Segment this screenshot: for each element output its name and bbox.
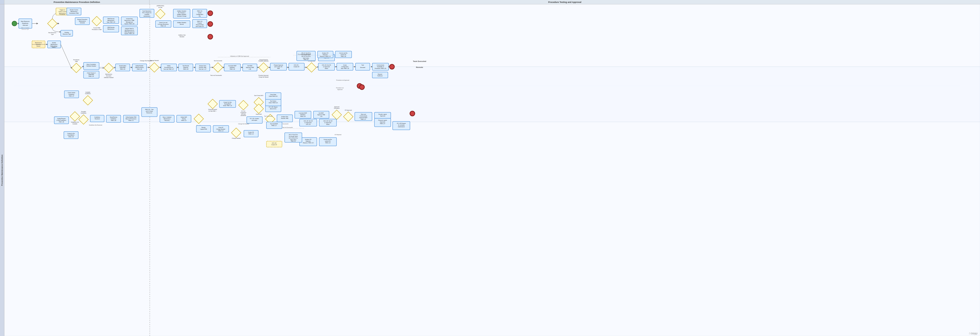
svg-text:Addition Needed,: Addition Needed, xyxy=(177,22,186,23)
svg-text:PAM 1.39: PAM 1.39 xyxy=(111,120,116,121)
svg-text:CBM Remote: CBM Remote xyxy=(107,27,115,28)
svg-text:CBM: CBM xyxy=(75,61,78,62)
svg-text:Resource Type: Resource Type xyxy=(22,29,29,30)
svg-text:Needed: Needed xyxy=(180,36,184,37)
svg-text:CM 1.36: Set CR: CM 1.36: Set CR xyxy=(323,120,332,122)
svg-text:Create CR: Create CR xyxy=(294,66,299,67)
svg-text:CM 1.36: Set CR: CM 1.36: Set CR xyxy=(322,64,331,66)
svg-text:Approved: Approved xyxy=(337,89,342,90)
svg-text:Store and: Store and xyxy=(361,113,366,115)
svg-point-364 xyxy=(360,85,364,89)
svg-text:Maintenance: Maintenance xyxy=(51,44,57,45)
svg-text:Recovery: Recovery xyxy=(164,120,170,121)
svg-text:Guidelines Not Received: Guidelines Not Received xyxy=(89,124,102,126)
svg-text:Close Work: Close Work xyxy=(270,94,276,95)
svg-text:Procedure not Approved: Procedure not Approved xyxy=(336,80,349,81)
svg-text:PAM 1.38: PAM 1.38 xyxy=(59,121,64,123)
svg-text:Resource Type: Resource Type xyxy=(63,33,71,35)
svg-text:and report: and report xyxy=(252,119,257,121)
svg-text:Procedure not: Procedure not xyxy=(336,87,344,89)
svg-text:Readiness: Readiness xyxy=(22,22,28,24)
svg-text:Executed: Executed xyxy=(360,67,365,68)
svg-text:FO 1.31:: FO 1.31: xyxy=(241,111,245,112)
svg-text:Rejection: Rejection xyxy=(306,140,311,142)
bpmn-diagram: TBM Procedures CBM Procedures New Resour… xyxy=(4,4,980,336)
svg-text:CM 1.25: set CR to: CM 1.25: set CR to xyxy=(301,56,311,57)
svg-text:Test Successful: Test Successful xyxy=(264,115,273,117)
svg-text:Analyse CR: Analyse CR xyxy=(322,52,329,54)
svg-text:Availability of: Availability of xyxy=(377,66,384,67)
svg-text:Guidelines:: Guidelines: xyxy=(110,118,116,119)
svg-text:Available: Available xyxy=(86,91,90,93)
svg-text:and Create CR: and Create CR xyxy=(196,25,204,27)
svg-text:Don't Finish W/O: Don't Finish W/O xyxy=(254,95,263,96)
svg-text:Procedure Approved,: Procedure Approved, xyxy=(258,75,269,76)
svg-text:PAM 1.37: PAM 1.37 xyxy=(69,95,74,97)
svg-text:Create CR:: Create CR: xyxy=(248,132,254,133)
svg-text:Maintenance: Maintenance xyxy=(108,28,115,30)
svg-point-10 xyxy=(12,21,17,26)
svg-text:submit CR:: submit CR: xyxy=(325,140,331,142)
svg-text:Create CR: Create CR xyxy=(271,144,277,145)
svg-text:PAM: PAM xyxy=(277,68,280,69)
svg-text:Fund Operations: Fund Operations xyxy=(142,10,151,12)
svg-text:Addition Not: Addition Not xyxy=(178,34,186,36)
svg-text:Quality/Prepare: Quality/Prepare xyxy=(57,118,66,119)
svg-text:Study/Collect: Study/Collect xyxy=(119,65,126,67)
svg-text:Addition Needed:: Addition Needed: xyxy=(177,14,186,15)
svg-text:Obtained:: Obtained: xyxy=(183,67,188,68)
svg-text:FO 1.33: Confirm: FO 1.33: Confirm xyxy=(250,118,259,119)
svg-text:System: PAM 1.35: System: PAM 1.35 xyxy=(124,33,134,34)
svg-text:PAM 1.25: PAM 1.25 xyxy=(120,68,125,70)
svg-text:Reasons: PAM 1.10: Reasons: PAM 1.10 xyxy=(303,142,313,143)
svg-text:Guidelines not: Guidelines not xyxy=(71,121,79,123)
svg-text:Conclude MOP: Conclude MOP xyxy=(228,65,237,67)
svg-text:CBM Procedure:: CBM Procedure: xyxy=(135,67,144,68)
svg-text:Approved MoP:: Approved MoP: xyxy=(359,117,368,118)
svg-text:Task: Task xyxy=(361,64,364,66)
svg-text:New Resource: New Resource xyxy=(21,21,30,22)
svg-text:Correct and Re-: Correct and Re- xyxy=(323,139,332,140)
svg-text:File: File xyxy=(199,15,200,17)
svg-text:Test Successful: Test Successful xyxy=(214,60,222,61)
svg-text:Request: Request xyxy=(378,73,382,75)
svg-text:Initiate: Initiate xyxy=(167,65,171,67)
svg-text:Analyse Tech: Analyse Tech xyxy=(199,65,206,67)
svg-text:to Add Guidelines:: to Add Guidelines: xyxy=(57,119,67,121)
svg-text:PAM 1.01 Define: PAM 1.01 Define xyxy=(21,27,29,29)
svg-point-90 xyxy=(208,34,213,39)
svg-text:Provided: Provided xyxy=(81,111,86,112)
svg-text:FO 1.05 Prepare: FO 1.05 Prepare xyxy=(397,123,406,124)
svg-text:In-Scope Resources: In-Scope Resources xyxy=(158,24,169,25)
svg-text:Guidelines: Guidelines xyxy=(81,112,86,114)
svg-text:Order: PAM 1.22: Order: PAM 1.22 xyxy=(223,105,232,106)
svg-text:(APPROVED): (APPROVED) xyxy=(156,5,164,6)
svg-text:Guidelines: Guidelines xyxy=(85,93,91,94)
svg-text:Fulfilment: Fulfilment xyxy=(377,75,383,76)
svg-text:'not enough' status:: 'not enough' status: xyxy=(289,136,298,137)
watermark: bizagi xyxy=(971,332,978,335)
svg-text:Testing:: Testing: xyxy=(182,118,186,119)
svg-text:PAM2.1: PAM2.1 xyxy=(52,46,56,48)
svg-text:Check Vendor: Check Vendor xyxy=(68,92,75,93)
svg-text:Physical/Logical: Physical/Logical xyxy=(208,109,217,110)
svg-text:Received: Received xyxy=(95,118,100,119)
svg-text:Prepare Approval: Prepare Approval xyxy=(274,64,283,66)
svg-text:Maintenance: Maintenance xyxy=(35,42,42,43)
svg-text:PAM 1.27: PAM 1.27 xyxy=(361,119,366,120)
svg-text:PAM 2.61 - See: PAM 2.61 - See xyxy=(145,109,154,110)
svg-text:'reject' status:: 'reject' status: xyxy=(303,57,309,59)
svg-text:PO's: Prepare for: PO's: Prepare for xyxy=(142,12,152,13)
svg-text:Prepare: Prepare xyxy=(197,22,202,24)
svg-text:submit CR:: submit CR: xyxy=(340,54,347,56)
svg-text:Physical Logical: Physical Logical xyxy=(378,119,387,121)
svg-text:Logical PAM: Logical PAM xyxy=(200,128,207,130)
svg-text:Order PAM 5.23: Order PAM 5.23 xyxy=(269,96,277,97)
svg-text:Approved:: Approved: xyxy=(380,121,385,123)
svg-text:Define/Update PAM: Define/Update PAM xyxy=(126,116,136,118)
svg-text:PAM 1.31: PAM 1.31 xyxy=(197,10,202,12)
svg-text:Approval: PAM: Approval: PAM xyxy=(246,67,254,68)
svg-text:Identify: Identify xyxy=(52,42,56,43)
svg-text:Guidelines: Guidelines xyxy=(94,116,100,118)
svg-text:Resource/Add: Resource/Add xyxy=(196,24,204,25)
